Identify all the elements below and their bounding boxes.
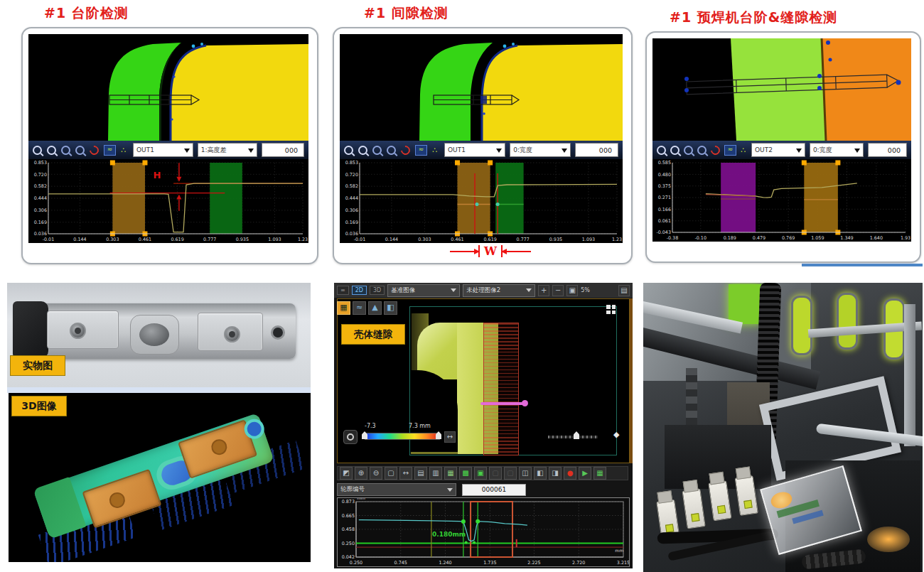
menu-icon[interactable]: ≡ — [337, 286, 349, 295]
pointer-icon[interactable]: ◩ — [340, 467, 353, 480]
fit-view-icon[interactable]: ▣ — [566, 285, 578, 296]
output-select[interactable]: OUT1 — [133, 143, 193, 157]
marker-diamond-icon[interactable]: ◆ — [613, 430, 619, 439]
probe-tool-icon[interactable]: ◧ — [384, 301, 397, 315]
svg-text:0.271: 0.271 — [658, 195, 671, 200]
profile-row-icon[interactable]: ▤ — [414, 467, 427, 480]
svg-text:0.306: 0.306 — [345, 207, 358, 213]
mode-select-value: 0:宽度 — [813, 146, 832, 155]
zoom-in-icon[interactable] — [657, 146, 666, 155]
record-icon[interactable]: ● — [564, 467, 576, 480]
grid-icon[interactable]: ▦ — [444, 467, 457, 480]
arrow-left-icon — [504, 251, 531, 252]
measure-points-icon[interactable]: ∴ — [741, 146, 746, 155]
tab-2d[interactable]: 2D — [352, 286, 367, 295]
gap-height-map-view — [340, 34, 623, 141]
target-tool-icon[interactable] — [343, 430, 358, 444]
pad-hole — [107, 490, 127, 510]
svg-text:3.215: 3.215 — [617, 560, 629, 566]
svg-text:0.180mm: 0.180mm — [432, 531, 466, 538]
measure-grid-region[interactable] — [483, 323, 519, 455]
pan-icon[interactable]: ↔ — [399, 467, 412, 480]
mask-icon[interactable]: ▣ — [474, 467, 487, 480]
svg-text:0.042: 0.042 — [342, 554, 355, 560]
zoom-in-icon[interactable]: ⊕ — [355, 467, 367, 480]
mode-select[interactable]: 0:宽度 — [510, 143, 571, 157]
zoom-fit-icon[interactable] — [387, 146, 396, 155]
mode-select[interactable]: 0:宽度 — [810, 143, 864, 157]
gap-panel-card: ≈∴ OUT1 0:宽度 000 -0.010.1440.3030.4610.6… — [333, 27, 633, 264]
reset-icon[interactable] — [399, 144, 412, 156]
zoom-in-icon[interactable] — [33, 146, 42, 155]
end-pin-hole — [271, 325, 285, 340]
roi-zoom-icon[interactable]: ◧ — [534, 467, 547, 480]
roi-fit-icon[interactable]: ◨ — [549, 467, 562, 480]
svg-text:0.873: 0.873 — [342, 499, 355, 504]
result-value-box[interactable]: 000 — [575, 143, 618, 157]
arrow-right-icon — [450, 251, 477, 252]
export-icon[interactable]: ▶ — [579, 467, 591, 480]
disabled-tool2-icon[interactable]: ▢ — [504, 467, 517, 480]
svg-text:0.479: 0.479 — [753, 235, 765, 241]
zoom-in-icon[interactable]: + — [538, 285, 549, 296]
reset-icon[interactable] — [709, 144, 721, 156]
result-value-box[interactable]: 000 — [868, 143, 907, 157]
colorbar-max-label: 7.3 mm — [409, 423, 431, 429]
profile-col-icon[interactable]: ▥ — [429, 467, 442, 480]
profile-chart-icon[interactable]: ≈ — [104, 145, 116, 156]
zoom-out-icon[interactable] — [47, 146, 56, 155]
svg-text:-0.01: -0.01 — [43, 237, 55, 242]
profile-chart-icon[interactable]: ≈ — [724, 145, 736, 156]
svg-text:1.093: 1.093 — [268, 237, 281, 242]
svg-text:0.169: 0.169 — [345, 220, 358, 225]
measure-points-icon[interactable]: ∴ — [121, 146, 126, 155]
range-tool-icon[interactable]: ↔ — [444, 431, 456, 443]
profile-wave-icon[interactable]: ≈ — [353, 301, 366, 315]
svg-text:0.303: 0.303 — [418, 237, 431, 242]
zoom-fit-icon[interactable] — [75, 146, 85, 155]
measure-points-icon[interactable]: ∴ — [432, 146, 437, 155]
shell-gap-label: 壳体缝隙 — [341, 324, 405, 345]
output-select[interactable]: OUT1 — [444, 143, 505, 157]
panel-settings-icon[interactable]: ▤ — [618, 285, 630, 296]
preweld-vision-toolbar: ≈∴ OUT2 0:宽度 000 — [652, 141, 911, 159]
zoom-out-icon[interactable] — [358, 146, 367, 155]
svg-text:0.582: 0.582 — [34, 183, 47, 189]
position-slider-track[interactable] — [548, 436, 598, 438]
svg-text:0.189: 0.189 — [724, 235, 736, 241]
disabled-tool-icon[interactable]: ▢ — [489, 467, 502, 480]
surface-view-icon[interactable]: ▲ — [368, 301, 382, 315]
zoom-out-icon[interactable]: − — [552, 285, 564, 296]
vertical-scrollbar[interactable] — [630, 298, 633, 463]
height-map-icon[interactable]: ▦ — [337, 301, 350, 315]
fullscreen-icon[interactable] — [606, 305, 616, 314]
mode-select[interactable]: 1:高度差 — [198, 143, 258, 157]
zoom-out-icon[interactable]: ⊖ — [370, 467, 382, 480]
render-3d-view: 3D图像 — [9, 393, 311, 562]
svg-text:0.444: 0.444 — [345, 195, 358, 201]
contour-number-input[interactable]: 000061 — [462, 484, 526, 496]
reset-icon[interactable] — [87, 144, 100, 156]
zoom-out-icon[interactable] — [670, 146, 679, 155]
gap-width-annotation: W — [426, 244, 554, 258]
roi-box-icon[interactable]: ◫ — [519, 467, 532, 480]
result-value-box[interactable]: 000 — [262, 143, 304, 157]
tab-3d[interactable]: 3D — [370, 286, 385, 295]
region-icon[interactable]: ▩ — [459, 467, 472, 480]
base-image-select[interactable]: 基准图像 — [387, 284, 460, 297]
zoom-region-icon[interactable] — [61, 146, 70, 155]
vision-toolbar-icons: ≈∴ — [344, 145, 437, 156]
zoom-fit-icon[interactable] — [697, 146, 707, 155]
zoom-window-icon[interactable]: ▢ — [385, 467, 397, 480]
zoom-in-icon[interactable] — [344, 146, 353, 155]
zoom-percent: 5% — [581, 287, 590, 293]
snapshot-icon[interactable]: ▦ — [593, 467, 606, 480]
zoom-region-icon[interactable] — [684, 146, 693, 155]
gripper-unit — [682, 488, 705, 529]
profile-chart-icon[interactable]: ≈ — [415, 145, 427, 156]
raw-image-select[interactable]: 未处理图像2 — [463, 284, 535, 297]
output-select[interactable]: OUT2 — [751, 143, 805, 157]
contour-select[interactable]: 轮廓编号 — [337, 483, 456, 496]
svg-text:0.250: 0.250 — [350, 560, 362, 566]
zoom-region-icon[interactable] — [372, 146, 382, 155]
